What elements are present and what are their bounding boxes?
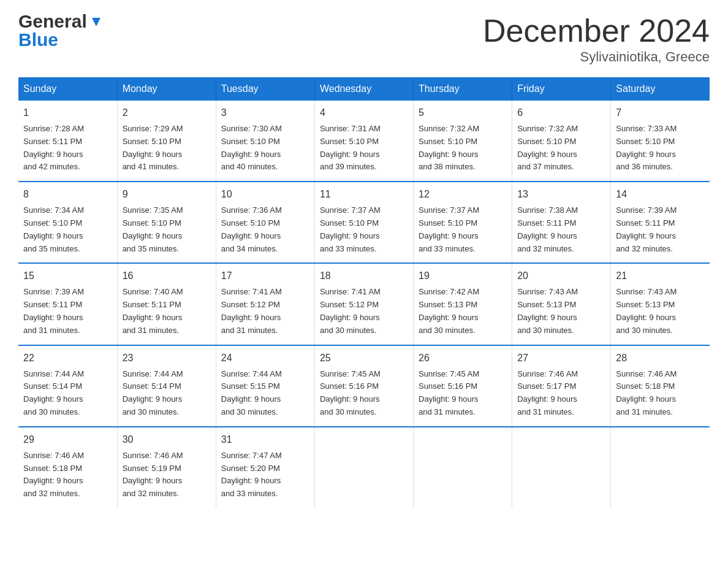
day-info: Sunrise: 7:43 AM Sunset: 5:13 PM Dayligh… [517,286,605,337]
day-info: Sunrise: 7:45 AM Sunset: 5:16 PM Dayligh… [419,368,507,419]
sunrise-label: Sunrise: 7:40 AM [123,287,183,296]
day-number: 6 [517,105,605,120]
sunset-label: Sunset: 5:13 PM [517,300,576,309]
calendar-cell: 29 Sunrise: 7:46 AM Sunset: 5:18 PM Dayl… [18,427,117,508]
day-number: 14 [616,187,705,202]
day-info: Sunrise: 7:39 AM Sunset: 5:11 PM Dayligh… [616,204,705,255]
sunrise-label: Sunrise: 7:36 AM [221,205,282,215]
daylight-label: Daylight: 9 hours [221,313,281,322]
sunrise-label: Sunrise: 7:41 AM [221,287,282,296]
day-number: 17 [221,269,309,283]
day-number: 10 [221,187,309,202]
daylight-label: Daylight: 9 hours [221,476,281,485]
day-number: 25 [320,351,408,366]
calendar-cell: 19 Sunrise: 7:42 AM Sunset: 5:13 PM Dayl… [414,263,512,345]
calendar-cell: 14 Sunrise: 7:39 AM Sunset: 5:11 PM Dayl… [611,182,710,263]
day-number: 24 [221,351,309,366]
day-info: Sunrise: 7:35 AM Sunset: 5:10 PM Dayligh… [123,204,211,255]
day-number: 19 [419,269,507,283]
daylight-label: Daylight: 9 hours [517,313,577,322]
day-info: Sunrise: 7:28 AM Sunset: 5:11 PM Dayligh… [23,123,112,174]
logo-blue: Blue [18,29,58,50]
sunset-label: Sunset: 5:16 PM [320,381,379,391]
day-info: Sunrise: 7:46 AM Sunset: 5:18 PM Dayligh… [616,368,705,419]
calendar-cell: 2 Sunrise: 7:29 AM Sunset: 5:10 PM Dayli… [117,101,216,182]
calendar-cell: 22 Sunrise: 7:44 AM Sunset: 5:14 PM Dayl… [18,345,117,427]
sunrise-label: Sunrise: 7:32 AM [419,124,479,133]
daylight-minutes: and 35 minutes. [123,244,180,253]
logo-general: General [18,12,87,31]
sunset-label: Sunset: 5:14 PM [23,381,82,391]
calendar-cell: 9 Sunrise: 7:35 AM Sunset: 5:10 PM Dayli… [117,182,216,263]
sunrise-label: Sunrise: 7:34 AM [23,205,84,215]
day-info: Sunrise: 7:36 AM Sunset: 5:10 PM Dayligh… [221,204,309,255]
daylight-label: Daylight: 9 hours [419,313,479,322]
daylight-label: Daylight: 9 hours [320,313,380,322]
day-number: 29 [23,432,112,447]
daylight-minutes: and 31 minutes. [616,407,673,416]
sunrise-label: Sunrise: 7:45 AM [320,369,381,378]
calendar-cell: 30 Sunrise: 7:46 AM Sunset: 5:19 PM Dayl… [117,427,216,508]
day-number: 20 [517,269,605,283]
daylight-minutes: and 32 minutes. [616,244,673,253]
day-number: 28 [616,351,705,366]
sunset-label: Sunset: 5:19 PM [123,464,181,473]
day-number: 26 [419,351,507,366]
day-info: Sunrise: 7:33 AM Sunset: 5:10 PM Dayligh… [616,123,705,174]
calendar-cell: 27 Sunrise: 7:46 AM Sunset: 5:17 PM Dayl… [512,345,611,427]
daylight-label: Daylight: 9 hours [320,394,380,404]
daylight-minutes: and 30 minutes. [320,407,377,416]
sunrise-label: Sunrise: 7:43 AM [616,287,677,296]
daylight-label: Daylight: 9 hours [320,231,380,240]
day-info: Sunrise: 7:29 AM Sunset: 5:10 PM Dayligh… [123,123,211,174]
day-info: Sunrise: 7:40 AM Sunset: 5:11 PM Dayligh… [123,286,211,337]
calendar-cell: 21 Sunrise: 7:43 AM Sunset: 5:13 PM Dayl… [611,263,710,345]
daylight-label: Daylight: 9 hours [23,150,83,159]
daylight-label: Daylight: 9 hours [221,394,281,404]
calendar-cell: 28 Sunrise: 7:46 AM Sunset: 5:18 PM Dayl… [611,345,710,427]
daylight-minutes: and 36 minutes. [616,162,673,171]
calendar-cell: 18 Sunrise: 7:41 AM Sunset: 5:12 PM Dayl… [314,263,413,345]
sunset-label: Sunset: 5:10 PM [221,137,280,146]
sunrise-label: Sunrise: 7:46 AM [616,369,677,378]
sunrise-label: Sunrise: 7:43 AM [517,287,578,296]
day-info: Sunrise: 7:39 AM Sunset: 5:11 PM Dayligh… [23,286,112,337]
daylight-minutes: and 35 minutes. [23,244,80,253]
day-info: Sunrise: 7:37 AM Sunset: 5:10 PM Dayligh… [320,204,408,255]
day-info: Sunrise: 7:44 AM Sunset: 5:15 PM Dayligh… [221,368,309,419]
calendar-cell: 16 Sunrise: 7:40 AM Sunset: 5:11 PM Dayl… [117,263,216,345]
sunset-label: Sunset: 5:10 PM [320,137,379,146]
daylight-minutes: and 32 minutes. [123,489,180,498]
sunset-label: Sunset: 5:10 PM [123,137,181,146]
day-number: 31 [221,432,309,447]
day-number: 27 [517,351,605,366]
day-number: 18 [320,269,408,283]
day-info: Sunrise: 7:45 AM Sunset: 5:16 PM Dayligh… [320,368,408,419]
calendar-cell: 10 Sunrise: 7:36 AM Sunset: 5:10 PM Dayl… [216,182,314,263]
daylight-label: Daylight: 9 hours [123,313,183,322]
calendar-cell: 1 Sunrise: 7:28 AM Sunset: 5:11 PM Dayli… [18,101,117,182]
daylight-label: Daylight: 9 hours [517,394,577,404]
header-sunday: Sunday [18,77,117,101]
header-saturday: Saturday [611,77,710,101]
day-info: Sunrise: 7:41 AM Sunset: 5:12 PM Dayligh… [221,286,309,337]
calendar-body: 1 Sunrise: 7:28 AM Sunset: 5:11 PM Dayli… [18,101,710,508]
daylight-label: Daylight: 9 hours [221,150,281,159]
logo-arrow-icon [89,15,103,31]
day-info: Sunrise: 7:46 AM Sunset: 5:17 PM Dayligh… [517,368,605,419]
daylight-label: Daylight: 9 hours [221,231,281,240]
day-info: Sunrise: 7:46 AM Sunset: 5:18 PM Dayligh… [23,450,112,500]
month-title: December 2024 [483,12,710,49]
day-info: Sunrise: 7:37 AM Sunset: 5:10 PM Dayligh… [419,204,507,255]
calendar-cell [314,427,413,508]
sunrise-label: Sunrise: 7:39 AM [616,205,677,215]
day-number: 11 [320,187,408,202]
title-block: December 2024 Sylivainiotika, Greece [483,12,710,65]
day-info: Sunrise: 7:44 AM Sunset: 5:14 PM Dayligh… [123,368,211,419]
sunset-label: Sunset: 5:10 PM [320,218,379,228]
sunrise-label: Sunrise: 7:28 AM [23,124,84,133]
day-number: 9 [123,187,211,202]
sunset-label: Sunset: 5:20 PM [221,464,280,473]
calendar-cell: 25 Sunrise: 7:45 AM Sunset: 5:16 PM Dayl… [314,345,413,427]
daylight-minutes: and 31 minutes. [517,407,574,416]
